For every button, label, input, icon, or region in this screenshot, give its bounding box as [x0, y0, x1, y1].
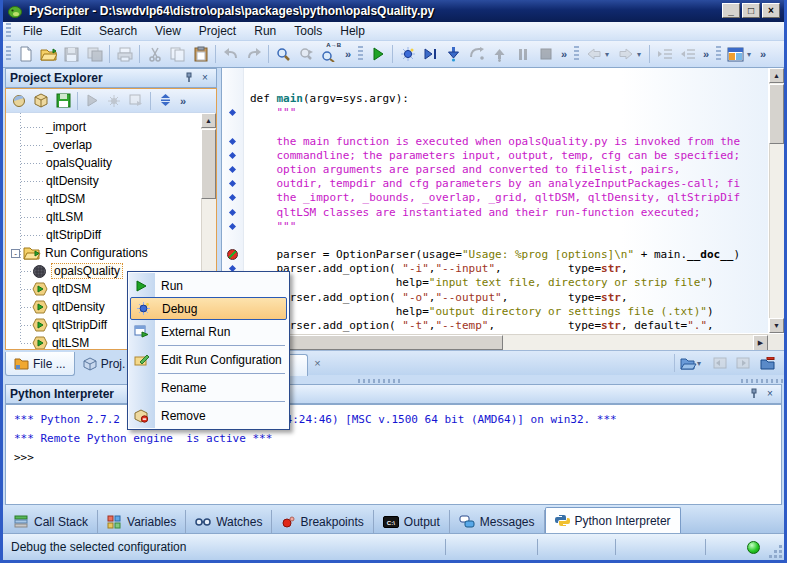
- tree-item-qltlsm[interactable]: qltLSM: [6, 208, 83, 226]
- close-panel-icon[interactable]: ×: [198, 72, 212, 84]
- tab-watches[interactable]: Watches: [186, 510, 272, 533]
- tree-node-run-configurations[interactable]: - Run Configurations: [6, 244, 148, 262]
- tab-messages[interactable]: Messages: [450, 510, 545, 533]
- run-to-cursor-button[interactable]: [419, 43, 442, 65]
- forward-dropdown-arrow[interactable]: ▾: [637, 50, 646, 59]
- layouts-dropdown-arrow[interactable]: ▾: [747, 50, 756, 59]
- tree-run-config-qltstripdiff[interactable]: qltStripDiff: [6, 316, 107, 334]
- abort-button[interactable]: [534, 43, 557, 65]
- tab-python-interpreter[interactable]: Python Interpreter: [545, 507, 681, 533]
- run-config-button[interactable]: [81, 91, 103, 111]
- forward-button[interactable]: [614, 43, 637, 65]
- menu-item-external-run[interactable]: External Run: [128, 320, 289, 343]
- run-button[interactable]: [366, 43, 389, 65]
- tab-file-browser[interactable]: File ...: [5, 352, 75, 376]
- tree-item-import[interactable]: _import: [6, 118, 86, 136]
- save-button[interactable]: [60, 43, 83, 65]
- open-file-button[interactable]: [37, 43, 60, 65]
- editor-vscrollbar-thumb[interactable]: [769, 84, 784, 144]
- toolbar-grip[interactable]: [6, 46, 11, 62]
- project-explorer-overflow[interactable]: »: [176, 95, 190, 107]
- minimize-button[interactable]: _: [722, 3, 740, 18]
- save-project-button[interactable]: [52, 91, 74, 111]
- menu-item-run[interactable]: Run: [128, 274, 289, 297]
- tree-item-qltstripdiff[interactable]: qltStripDiff: [6, 226, 101, 244]
- new-file-button[interactable]: [14, 43, 37, 65]
- toolbar-overflow-nav[interactable]: »: [699, 48, 713, 60]
- print-button[interactable]: [113, 43, 136, 65]
- menu-item-rename[interactable]: Rename: [128, 376, 289, 399]
- tree-run-config-qltdensity[interactable]: qltDensity: [6, 298, 105, 316]
- save-all-button[interactable]: [83, 43, 106, 65]
- close-file-button[interactable]: [756, 353, 778, 373]
- toolbar-overflow-run[interactable]: »: [557, 48, 571, 60]
- console-prompt[interactable]: >>>: [14, 448, 773, 467]
- menubar-grip[interactable]: [6, 23, 11, 39]
- toolbar-overflow-view[interactable]: »: [756, 48, 770, 60]
- close-panel-icon[interactable]: ×: [763, 388, 777, 400]
- back-button[interactable]: [582, 43, 605, 65]
- tab-breakpoints[interactable]: Breakpoints: [272, 510, 373, 533]
- menu-search[interactable]: Search: [90, 23, 146, 40]
- tree-item-qltdsm[interactable]: qltDSM: [6, 190, 85, 208]
- next-editor-button[interactable]: [732, 353, 754, 373]
- paste-button[interactable]: [189, 43, 212, 65]
- menu-run[interactable]: Run: [245, 23, 285, 40]
- step-out-button[interactable]: [488, 43, 511, 65]
- code-text[interactable]: def main(argv=sys.argv): """ the main fu…: [244, 68, 768, 333]
- external-run-config-button[interactable]: [125, 91, 147, 111]
- pause-button[interactable]: [511, 43, 534, 65]
- resize-grip[interactable]: [769, 545, 782, 558]
- menu-view[interactable]: View: [146, 23, 190, 40]
- toolbar-grip-2[interactable]: [358, 46, 363, 62]
- back-dropdown-arrow[interactable]: ▾: [605, 50, 614, 59]
- code-editor[interactable]: def main(argv=sys.argv): """ the main fu…: [221, 68, 784, 375]
- tree-run-config-opalsquality[interactable]: opalsQuality: [6, 262, 123, 280]
- scroll-down-arrow[interactable]: ▼: [769, 318, 784, 333]
- maximize-button[interactable]: □: [742, 3, 760, 18]
- open-editors-dropdown-button[interactable]: ▾: [680, 353, 706, 373]
- menu-item-remove[interactable]: Remove: [128, 404, 289, 427]
- menu-edit[interactable]: Edit: [51, 23, 90, 40]
- tree-scrollbar-thumb[interactable]: [201, 129, 216, 199]
- menu-file[interactable]: File: [14, 23, 51, 40]
- tab-call-stack[interactable]: Call Stack: [5, 510, 98, 533]
- tab-project-explorer[interactable]: Proj.: [75, 352, 134, 376]
- menu-project[interactable]: Project: [190, 23, 245, 40]
- collapse-expander-icon[interactable]: -: [11, 249, 20, 258]
- open-project-button[interactable]: [30, 91, 52, 111]
- tab-output[interactable]: C:\ Output: [374, 510, 450, 533]
- menu-item-edit-run-configuration[interactable]: Edit Run Configuration: [128, 348, 289, 371]
- outdent-button[interactable]: [676, 43, 699, 65]
- step-over-button[interactable]: [465, 43, 488, 65]
- step-into-button[interactable]: [442, 43, 465, 65]
- editor-vscrollbar[interactable]: ▲ ▼: [769, 68, 784, 333]
- toolbar-grip-3[interactable]: [574, 46, 579, 62]
- interpreter-console[interactable]: *** Python 2.7.2 (default, Jun 12 2011, …: [5, 404, 782, 505]
- scroll-up-arrow[interactable]: ▲: [769, 68, 784, 83]
- find-button[interactable]: [272, 43, 295, 65]
- tree-item-opalsquality[interactable]: opalsQuality: [6, 154, 112, 172]
- redo-button[interactable]: [242, 43, 265, 65]
- tree-item-qltdensity[interactable]: qltDensity: [6, 172, 99, 190]
- close-editor-tab-icon[interactable]: ×: [310, 356, 325, 371]
- copy-button[interactable]: [166, 43, 189, 65]
- tree-item-overlap[interactable]: _overlap: [6, 136, 92, 154]
- toolbar-overflow-file[interactable]: »: [341, 48, 355, 60]
- previous-editor-button[interactable]: [708, 353, 730, 373]
- tab-variables[interactable]: Variables: [98, 510, 186, 533]
- toolbar-grip-4[interactable]: [716, 46, 721, 62]
- debug-config-button[interactable]: [103, 91, 125, 111]
- undo-button[interactable]: [219, 43, 242, 65]
- close-button[interactable]: ×: [762, 3, 780, 18]
- editor-hscrollbar[interactable]: ◀ ▶: [222, 334, 768, 350]
- pin-icon[interactable]: [749, 388, 763, 400]
- collapse-all-button[interactable]: [154, 91, 176, 111]
- debug-button[interactable]: [396, 43, 419, 65]
- pin-icon[interactable]: [184, 72, 198, 84]
- replace-button[interactable]: A→B: [318, 43, 341, 65]
- tree-run-config-qltdsm[interactable]: qltDSM: [6, 280, 91, 298]
- menu-item-debug[interactable]: Debug: [130, 297, 287, 320]
- menu-tools[interactable]: Tools: [285, 23, 331, 40]
- tree-run-config-qltlsm[interactable]: qltLSM: [6, 334, 89, 349]
